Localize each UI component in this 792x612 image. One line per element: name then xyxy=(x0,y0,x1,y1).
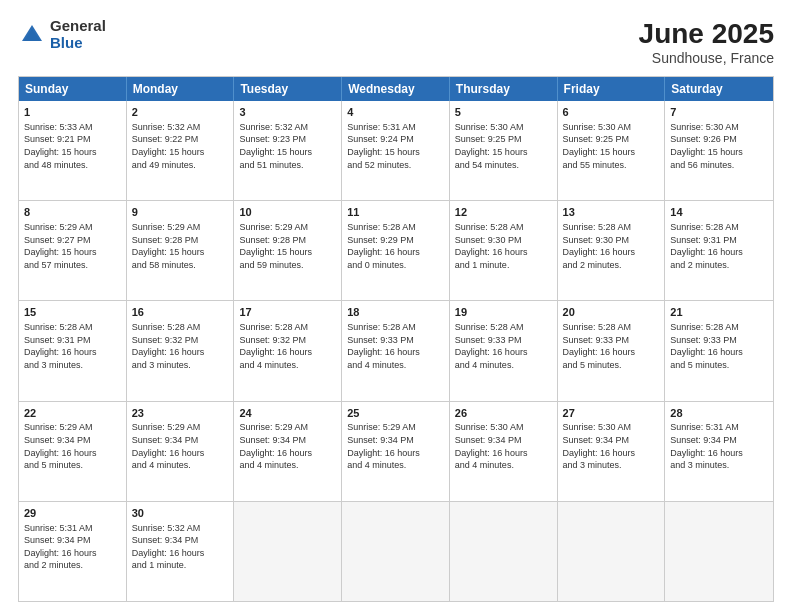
calendar-day-21: 21Sunrise: 5:28 AM Sunset: 9:33 PM Dayli… xyxy=(665,301,773,400)
calendar-day-5: 5Sunrise: 5:30 AM Sunset: 9:25 PM Daylig… xyxy=(450,101,558,200)
day-number: 16 xyxy=(132,305,229,320)
day-info: Sunrise: 5:30 AM Sunset: 9:34 PM Dayligh… xyxy=(455,421,552,471)
day-info: Sunrise: 5:31 AM Sunset: 9:34 PM Dayligh… xyxy=(670,421,768,471)
day-number: 4 xyxy=(347,105,444,120)
day-number: 18 xyxy=(347,305,444,320)
day-info: Sunrise: 5:28 AM Sunset: 9:29 PM Dayligh… xyxy=(347,221,444,271)
calendar-day-14: 14Sunrise: 5:28 AM Sunset: 9:31 PM Dayli… xyxy=(665,201,773,300)
day-info: Sunrise: 5:28 AM Sunset: 9:33 PM Dayligh… xyxy=(347,321,444,371)
day-info: Sunrise: 5:28 AM Sunset: 9:31 PM Dayligh… xyxy=(670,221,768,271)
day-number: 13 xyxy=(563,205,660,220)
calendar-day-29: 29Sunrise: 5:31 AM Sunset: 9:34 PM Dayli… xyxy=(19,502,127,601)
calendar-day-3: 3Sunrise: 5:32 AM Sunset: 9:23 PM Daylig… xyxy=(234,101,342,200)
calendar-body: 1Sunrise: 5:33 AM Sunset: 9:21 PM Daylig… xyxy=(19,101,773,601)
calendar-week-2: 8Sunrise: 5:29 AM Sunset: 9:27 PM Daylig… xyxy=(19,200,773,300)
day-info: Sunrise: 5:30 AM Sunset: 9:25 PM Dayligh… xyxy=(563,121,660,171)
calendar-day-25: 25Sunrise: 5:29 AM Sunset: 9:34 PM Dayli… xyxy=(342,402,450,501)
day-number: 2 xyxy=(132,105,229,120)
calendar-day-28: 28Sunrise: 5:31 AM Sunset: 9:34 PM Dayli… xyxy=(665,402,773,501)
day-number: 8 xyxy=(24,205,121,220)
header-day-friday: Friday xyxy=(558,77,666,101)
calendar-day-18: 18Sunrise: 5:28 AM Sunset: 9:33 PM Dayli… xyxy=(342,301,450,400)
day-number: 7 xyxy=(670,105,768,120)
day-info: Sunrise: 5:28 AM Sunset: 9:31 PM Dayligh… xyxy=(24,321,121,371)
calendar-day-12: 12Sunrise: 5:28 AM Sunset: 9:30 PM Dayli… xyxy=(450,201,558,300)
day-info: Sunrise: 5:29 AM Sunset: 9:34 PM Dayligh… xyxy=(132,421,229,471)
logo-blue: Blue xyxy=(50,35,106,52)
calendar-empty-cell xyxy=(558,502,666,601)
day-number: 27 xyxy=(563,406,660,421)
day-number: 12 xyxy=(455,205,552,220)
calendar-day-27: 27Sunrise: 5:30 AM Sunset: 9:34 PM Dayli… xyxy=(558,402,666,501)
day-number: 30 xyxy=(132,506,229,521)
day-info: Sunrise: 5:30 AM Sunset: 9:25 PM Dayligh… xyxy=(455,121,552,171)
day-number: 1 xyxy=(24,105,121,120)
day-info: Sunrise: 5:29 AM Sunset: 9:28 PM Dayligh… xyxy=(239,221,336,271)
header-day-thursday: Thursday xyxy=(450,77,558,101)
day-info: Sunrise: 5:31 AM Sunset: 9:24 PM Dayligh… xyxy=(347,121,444,171)
day-number: 24 xyxy=(239,406,336,421)
calendar-empty-cell xyxy=(450,502,558,601)
day-info: Sunrise: 5:28 AM Sunset: 9:33 PM Dayligh… xyxy=(563,321,660,371)
logo-icon xyxy=(18,21,46,49)
day-number: 21 xyxy=(670,305,768,320)
day-info: Sunrise: 5:31 AM Sunset: 9:34 PM Dayligh… xyxy=(24,522,121,572)
calendar-day-23: 23Sunrise: 5:29 AM Sunset: 9:34 PM Dayli… xyxy=(127,402,235,501)
calendar-day-7: 7Sunrise: 5:30 AM Sunset: 9:26 PM Daylig… xyxy=(665,101,773,200)
logo: General Blue xyxy=(18,18,106,51)
calendar-day-10: 10Sunrise: 5:29 AM Sunset: 9:28 PM Dayli… xyxy=(234,201,342,300)
calendar-week-5: 29Sunrise: 5:31 AM Sunset: 9:34 PM Dayli… xyxy=(19,501,773,601)
calendar-empty-cell xyxy=(234,502,342,601)
calendar-empty-cell xyxy=(665,502,773,601)
day-info: Sunrise: 5:29 AM Sunset: 9:34 PM Dayligh… xyxy=(239,421,336,471)
day-info: Sunrise: 5:28 AM Sunset: 9:32 PM Dayligh… xyxy=(239,321,336,371)
day-info: Sunrise: 5:30 AM Sunset: 9:34 PM Dayligh… xyxy=(563,421,660,471)
calendar-day-8: 8Sunrise: 5:29 AM Sunset: 9:27 PM Daylig… xyxy=(19,201,127,300)
calendar-day-20: 20Sunrise: 5:28 AM Sunset: 9:33 PM Dayli… xyxy=(558,301,666,400)
day-number: 14 xyxy=(670,205,768,220)
day-info: Sunrise: 5:29 AM Sunset: 9:27 PM Dayligh… xyxy=(24,221,121,271)
day-number: 28 xyxy=(670,406,768,421)
day-number: 10 xyxy=(239,205,336,220)
day-info: Sunrise: 5:29 AM Sunset: 9:28 PM Dayligh… xyxy=(132,221,229,271)
calendar-day-15: 15Sunrise: 5:28 AM Sunset: 9:31 PM Dayli… xyxy=(19,301,127,400)
calendar-day-26: 26Sunrise: 5:30 AM Sunset: 9:34 PM Dayli… xyxy=(450,402,558,501)
calendar-day-1: 1Sunrise: 5:33 AM Sunset: 9:21 PM Daylig… xyxy=(19,101,127,200)
header-day-saturday: Saturday xyxy=(665,77,773,101)
calendar-day-19: 19Sunrise: 5:28 AM Sunset: 9:33 PM Dayli… xyxy=(450,301,558,400)
header: General Blue June 2025 Sundhouse, France xyxy=(18,18,774,66)
day-number: 11 xyxy=(347,205,444,220)
logo-text: General Blue xyxy=(50,18,106,51)
day-number: 15 xyxy=(24,305,121,320)
day-number: 26 xyxy=(455,406,552,421)
day-number: 5 xyxy=(455,105,552,120)
day-info: Sunrise: 5:29 AM Sunset: 9:34 PM Dayligh… xyxy=(24,421,121,471)
day-info: Sunrise: 5:30 AM Sunset: 9:26 PM Dayligh… xyxy=(670,121,768,171)
day-info: Sunrise: 5:28 AM Sunset: 9:33 PM Dayligh… xyxy=(670,321,768,371)
calendar-week-4: 22Sunrise: 5:29 AM Sunset: 9:34 PM Dayli… xyxy=(19,401,773,501)
calendar-day-13: 13Sunrise: 5:28 AM Sunset: 9:30 PM Dayli… xyxy=(558,201,666,300)
header-day-tuesday: Tuesday xyxy=(234,77,342,101)
calendar-header: SundayMondayTuesdayWednesdayThursdayFrid… xyxy=(19,77,773,101)
day-number: 9 xyxy=(132,205,229,220)
calendar-day-11: 11Sunrise: 5:28 AM Sunset: 9:29 PM Dayli… xyxy=(342,201,450,300)
calendar-day-4: 4Sunrise: 5:31 AM Sunset: 9:24 PM Daylig… xyxy=(342,101,450,200)
day-number: 20 xyxy=(563,305,660,320)
day-number: 17 xyxy=(239,305,336,320)
header-day-wednesday: Wednesday xyxy=(342,77,450,101)
header-day-sunday: Sunday xyxy=(19,77,127,101)
location-subtitle: Sundhouse, France xyxy=(639,50,774,66)
calendar-day-9: 9Sunrise: 5:29 AM Sunset: 9:28 PM Daylig… xyxy=(127,201,235,300)
header-day-monday: Monday xyxy=(127,77,235,101)
day-info: Sunrise: 5:32 AM Sunset: 9:22 PM Dayligh… xyxy=(132,121,229,171)
day-info: Sunrise: 5:28 AM Sunset: 9:32 PM Dayligh… xyxy=(132,321,229,371)
day-number: 23 xyxy=(132,406,229,421)
day-info: Sunrise: 5:28 AM Sunset: 9:30 PM Dayligh… xyxy=(455,221,552,271)
day-info: Sunrise: 5:29 AM Sunset: 9:34 PM Dayligh… xyxy=(347,421,444,471)
calendar-day-17: 17Sunrise: 5:28 AM Sunset: 9:32 PM Dayli… xyxy=(234,301,342,400)
calendar-day-2: 2Sunrise: 5:32 AM Sunset: 9:22 PM Daylig… xyxy=(127,101,235,200)
day-info: Sunrise: 5:32 AM Sunset: 9:23 PM Dayligh… xyxy=(239,121,336,171)
calendar-day-24: 24Sunrise: 5:29 AM Sunset: 9:34 PM Dayli… xyxy=(234,402,342,501)
day-info: Sunrise: 5:33 AM Sunset: 9:21 PM Dayligh… xyxy=(24,121,121,171)
day-info: Sunrise: 5:32 AM Sunset: 9:34 PM Dayligh… xyxy=(132,522,229,572)
